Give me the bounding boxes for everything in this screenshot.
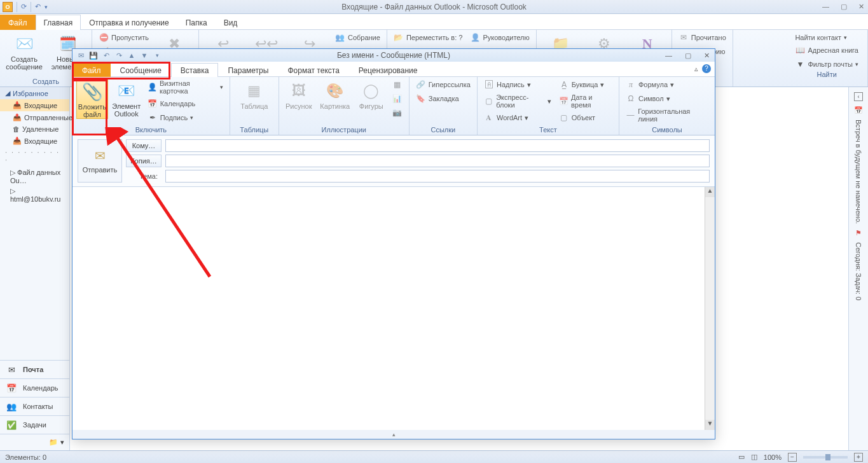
nav-calendar[interactable]: 📅Календарь — [0, 378, 69, 397]
tab-home[interactable]: Главная — [36, 15, 81, 30]
shapes-button: ◯Фигуры — [355, 78, 387, 110]
nav-mail[interactable]: ✉Почта — [0, 360, 69, 378]
tab-file[interactable]: Файл — [0, 15, 36, 30]
close-icon[interactable]: ✕ — [858, 3, 864, 11]
save-icon[interactable]: 💾 — [89, 51, 98, 60]
object-button: ▢Объект — [556, 111, 615, 124]
compose-tab-message[interactable]: Сообщение — [111, 63, 171, 77]
datetime-button: 📅Дата и время — [556, 92, 615, 110]
business-card-button[interactable]: 👤Визитная карточка ▾ — [145, 78, 226, 96]
compose-footer[interactable]: ▴ — [72, 430, 715, 439]
compose-minimize-icon[interactable]: — — [665, 52, 672, 60]
nav-inbox[interactable]: 📥Входящие — [0, 99, 69, 111]
undo-icon[interactable]: ↶ — [102, 51, 111, 60]
status-bar: Элементы: 0 ▭ ◫ 100% − + — [0, 450, 868, 463]
send-receive-icon[interactable]: ⟳ — [21, 3, 27, 11]
qat-dropdown-icon[interactable]: ▾ — [45, 4, 48, 10]
compose-tab-insert[interactable]: Вставка — [171, 63, 219, 77]
todo-bar: ‹ 📅 Встреч в будущем не намечено. ⚑ Сего… — [849, 87, 868, 450]
mail-icon: ✉ — [5, 364, 18, 375]
nav-contacts[interactable]: 👥Контакты — [0, 397, 69, 415]
compose-qat: ✉ 💾 ↶ ↷ ▲ ▼ ▾ Без имени - Сообщение (HTM… — [72, 49, 715, 62]
sent-icon: 📤 — [13, 113, 22, 121]
attach-item-button[interactable]: 📧 Элемент Outlook — [111, 78, 142, 118]
calendar-small-icon[interactable]: 📅 — [854, 106, 863, 114]
find-contact-input[interactable]: Найти контакт ▾ — [792, 32, 861, 43]
meeting-button: 👥Собрание — [333, 31, 383, 44]
signature-button[interactable]: ✒Подпись ▾ — [145, 111, 226, 124]
signature-icon: ✒ — [148, 113, 158, 123]
compose-header-fields: ✉ Отправить Кому… Копия… Тема: — [72, 135, 715, 187]
favorites-header[interactable]: ◢Избранное — [0, 87, 69, 99]
mail-filter-button[interactable]: ▼Фильтр почты ▾ — [792, 58, 861, 71]
bookmark-icon: 🔖 — [416, 93, 426, 104]
zoom-in-icon[interactable]: + — [854, 453, 863, 462]
qat-more-icon[interactable]: ▾ — [153, 51, 162, 60]
wordart-button: 𝐀WordArt ▾ — [481, 111, 554, 124]
maximize-icon[interactable]: ▢ — [841, 3, 847, 11]
compose-maximize-icon[interactable]: ▢ — [685, 52, 691, 60]
compose-tab-options[interactable]: Параметры — [218, 63, 278, 77]
quick-access-toolbar: O ⟳ ↶ ▾ Входящие - Файл данных Outlook -… — [0, 0, 868, 14]
cc-button[interactable]: Копия… — [126, 155, 162, 167]
nav-inbox2[interactable]: 📥Входящие — [0, 135, 69, 147]
help-icon[interactable]: ? — [702, 64, 711, 73]
attach-file-button[interactable]: 📎 Вложить файл — [76, 78, 108, 119]
tree-data-file[interactable]: ▷ Файл данных Ou… — [4, 167, 65, 186]
scroll-up-icon[interactable]: ▲ — [705, 187, 715, 197]
outlook-app-icon: O — [3, 2, 13, 12]
nav-deleted[interactable]: 🗑Удаленные — [0, 123, 69, 135]
clipart-button: 🎨Картинка — [317, 78, 353, 110]
compose-tab-review[interactable]: Рецензирование — [349, 63, 427, 77]
to-manager-button: 👤Руководителю — [467, 31, 532, 44]
tab-view[interactable]: Вид — [216, 15, 246, 30]
compose-title: Без имени - Сообщение (HTML) — [337, 51, 450, 60]
send-button[interactable]: ✉ Отправить — [78, 139, 122, 183]
prev-icon[interactable]: ▲ — [127, 51, 136, 60]
scroll-down-icon[interactable]: ▼ — [705, 420, 715, 430]
compose-close-icon[interactable]: ✕ — [704, 52, 710, 60]
compose-tab-file[interactable]: Файл — [72, 63, 111, 77]
calendar-insert-button[interactable]: 📅Календарь — [145, 97, 226, 110]
to-button[interactable]: Кому… — [126, 139, 162, 152]
expand-todo-icon[interactable]: ‹ — [854, 92, 863, 101]
nav-sent[interactable]: 📤Отправленные — [0, 111, 69, 123]
subject-label: Тема: — [126, 172, 162, 180]
cc-input[interactable] — [165, 155, 710, 167]
hyperlink-button: 🔗Гиперссылка — [413, 78, 473, 91]
nav-tasks[interactable]: ✅Задачи — [0, 415, 69, 434]
to-input[interactable] — [165, 139, 710, 152]
compose-app-icon: ✉ — [76, 51, 85, 60]
view-normal-icon[interactable]: ▭ — [738, 453, 745, 461]
next-icon[interactable]: ▼ — [140, 51, 149, 60]
shapes-icon: ◯ — [361, 81, 382, 101]
compose-body[interactable]: ▲ ▼ — [72, 187, 715, 430]
clipart-icon: 🎨 — [325, 81, 345, 101]
redo-icon[interactable]: ↷ — [114, 51, 123, 60]
view-reading-icon[interactable]: ◫ — [751, 453, 757, 461]
tab-folder[interactable]: Папка — [177, 15, 216, 30]
main-window-title: Входящие - Файл данных Outlook - Microso… — [341, 3, 527, 11]
subject-input[interactable] — [165, 170, 710, 183]
nav-sep: · · · · · · · · · · — [0, 147, 69, 165]
table-button: ▦Таблица — [234, 78, 275, 110]
hline-button: —Горизонтальная линия — [623, 106, 711, 124]
flag-small-icon[interactable]: ⚑ — [855, 229, 862, 237]
nav-shortcuts[interactable]: 📁▾ — [0, 434, 69, 450]
collapse-ribbon-icon[interactable]: ▵ — [694, 65, 698, 73]
new-message-button[interactable]: ✉️ Создать сообщение — [4, 31, 45, 71]
move-to-button: 📂Переместить в: ? — [391, 31, 465, 44]
minimize-icon[interactable]: — — [822, 3, 829, 11]
body-scrollbar[interactable]: ▲ ▼ — [705, 187, 715, 430]
tree-account[interactable]: ▷ html@10bukv.ru — [4, 186, 65, 204]
dropcap-button: A̲Буквица ▾ — [556, 78, 615, 91]
compose-tab-format[interactable]: Формат текста — [278, 63, 348, 77]
status-items: Элементы: 0 — [5, 453, 46, 461]
calendar-icon: 📅 — [5, 383, 18, 393]
tab-send-receive[interactable]: Отправка и получение — [81, 15, 177, 30]
address-book-button[interactable]: 📖Адресная книга — [792, 44, 861, 57]
zoom-out-icon[interactable]: − — [788, 453, 797, 462]
compose-ribbon-tabs: Файл Сообщение Вставка Параметры Формат … — [72, 62, 715, 77]
undo-icon[interactable]: ↶ — [35, 3, 41, 11]
contacts-icon: 👥 — [5, 401, 18, 411]
